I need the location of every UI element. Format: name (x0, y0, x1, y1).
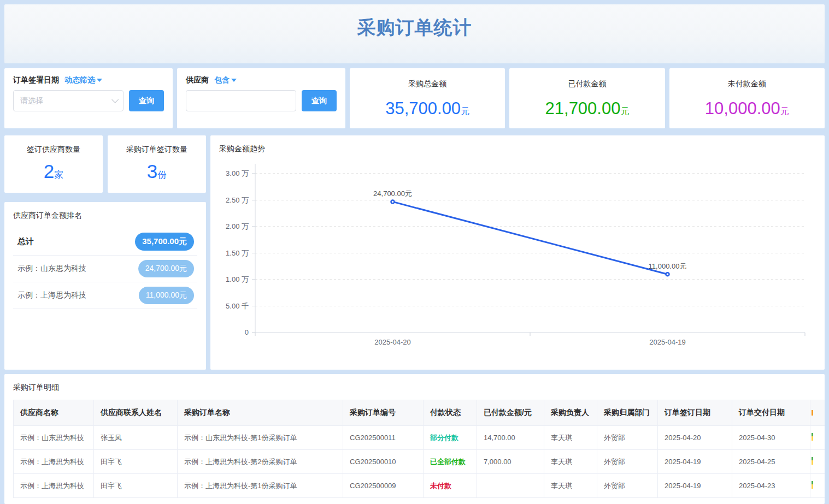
svg-text:2025-04-20: 2025-04-20 (374, 338, 411, 346)
supplier-query-button[interactable]: 查询 (302, 90, 337, 111)
table-header-cell: 付款状态 (424, 400, 477, 426)
table-cell: 2025-04-25 (732, 450, 810, 474)
stat-number: 35,700.00 (385, 99, 461, 118)
date-range-select[interactable]: 请选择 (13, 90, 124, 111)
table-cell: CG202500009 (343, 474, 424, 498)
table-header-cell: 采购归属部门 (597, 400, 658, 426)
clipped-column-cell (810, 450, 825, 474)
chevron-down-icon (97, 79, 102, 82)
trend-chart-panel: 采购金额趋势 05.00 千1.00 万1.50 万2.00 万2.50 万3.… (210, 135, 825, 370)
filter-label: 订单签署日期 (13, 75, 59, 85)
stat-unit: 元 (461, 106, 469, 116)
ranking-label: 示例：山东思为科技 (17, 264, 86, 274)
svg-text:3.00 万: 3.00 万 (226, 169, 249, 177)
ranking-panel-title: 供应商订单金额排名 (13, 211, 197, 221)
clipped-column-header (810, 400, 825, 426)
svg-text:24,700.00元: 24,700.00元 (373, 189, 412, 198)
ranking-label: 总计 (17, 236, 34, 247)
table-cell: 李天琪 (544, 474, 597, 498)
chevron-down-icon (231, 79, 237, 82)
middle-row: 签订供应商数量 2家 采购订单签订数量 3份 供应商订单金额排名 总计35,70… (4, 135, 825, 370)
stat-card-order-count: 采购订单签订数量 3份 (108, 135, 206, 193)
table-header-cell: 采购负责人 (544, 400, 597, 426)
page-title: 采购订单统计 (357, 15, 472, 40)
table-header-cell: 采购订单名称 (178, 400, 343, 426)
table-cell: 2025-04-19 (658, 474, 732, 498)
clipped-column-cell (810, 474, 825, 498)
table-cell: 示例：上海思为科技 (14, 474, 94, 498)
table-cell: 外贸部 (597, 474, 658, 498)
table-wrap: 供应商名称供应商联系人姓名采购订单名称采购订单编号付款状态已付款金额/元采购负责… (13, 400, 825, 498)
filter-card-supplier: 供应商 包含 查询 (177, 68, 345, 128)
table-cell: CG202500010 (343, 450, 424, 474)
clipped-action-mark (812, 481, 813, 489)
filter-operator-dropdown[interactable]: 包含 (214, 75, 237, 85)
table-cell: 外贸部 (597, 450, 658, 474)
table-header-cell: 采购订单编号 (343, 400, 424, 426)
ranking-row: 总计35,700.00元 (13, 228, 197, 256)
table-header-cell: 已付款金额/元 (477, 400, 544, 426)
supplier-input[interactable] (186, 90, 296, 111)
stat-number: 21,700.00 (545, 99, 621, 118)
filter-operator-label: 动态筛选 (64, 75, 95, 85)
ranking-row: 示例：山东思为科技24,700.00元 (13, 256, 197, 282)
table-cell: 示例：山东思为科技-第1份采购订单 (178, 426, 343, 450)
table-header-row: 供应商名称供应商联系人姓名采购订单名称采购订单编号付款状态已付款金额/元采购负责… (14, 400, 825, 426)
filter-controls: 请选择 查询 (13, 90, 164, 111)
ranking-value-pill: 35,700.00元 (135, 233, 194, 251)
table-cell: 李天琪 (544, 426, 597, 450)
stat-number: 2 (44, 161, 54, 182)
table-cell: CG202500011 (343, 426, 424, 450)
filter-operator-dropdown[interactable]: 动态筛选 (64, 75, 102, 85)
stat-card-paid-amount: 已付款金额 21,700.00元 (509, 68, 665, 128)
stat-unit: 元 (780, 106, 789, 116)
select-placeholder: 请选择 (20, 96, 43, 106)
date-query-button[interactable]: 查询 (129, 90, 164, 111)
table-cell: 示例：上海思为科技-第1份采购订单 (178, 474, 343, 498)
svg-text:2.00 万: 2.00 万 (226, 222, 249, 230)
ranking-label: 示例：上海思为科技 (17, 290, 86, 300)
stat-value: 21,700.00元 (545, 99, 630, 118)
table-cell: 示例：上海思为科技 (14, 450, 94, 474)
stat-unit: 元 (620, 106, 629, 116)
svg-text:0: 0 (245, 328, 249, 336)
ranking-value-pill: 11,000.00元 (139, 287, 194, 304)
top-cards-row: 订单签署日期 动态筛选 请选择 查询 供应商 包含 (4, 68, 825, 128)
table-header-cell: 供应商名称 (14, 400, 94, 426)
trend-line-chart[interactable]: 05.00 千1.00 万1.50 万2.00 万2.50 万3.00 万24,… (210, 135, 825, 370)
clipped-action-mark (812, 433, 813, 441)
table-header-cell: 订单签订日期 (658, 400, 732, 426)
filter-label-row: 订单签署日期 动态筛选 (13, 75, 164, 85)
svg-text:1.50 万: 1.50 万 (226, 249, 249, 257)
stat-value: 2家 (44, 161, 63, 182)
clipped-header-mark (812, 410, 813, 416)
select-chevron-icon (111, 96, 119, 103)
payment-status: 未付款 (424, 474, 477, 498)
ranking-row: 示例：上海思为科技11,000.00元 (13, 282, 197, 309)
dashboard-page: 采购订单统计 订单签署日期 动态筛选 请选择 查询 供应商 (0, 0, 829, 504)
ranking-list: 总计35,700.00元示例：山东思为科技24,700.00元示例：上海思为科技… (13, 228, 197, 309)
header-banner: 采购订单统计 (4, 4, 825, 63)
stat-card-unpaid-amount: 未付款金额 10,000.00元 (669, 68, 825, 128)
filter-label: 供应商 (186, 75, 209, 85)
table-cell: 外贸部 (597, 426, 658, 450)
left-column: 签订供应商数量 2家 采购订单签订数量 3份 供应商订单金额排名 总计35,70… (4, 135, 206, 370)
payment-status: 已全部付款 (424, 450, 477, 474)
stat-title: 采购总金额 (408, 79, 446, 89)
table-cell: 2025-04-20 (658, 426, 732, 450)
mini-stats-row: 签订供应商数量 2家 采购订单签订数量 3份 (4, 135, 206, 193)
table-cell (477, 474, 544, 498)
filter-card-order-date: 订单签署日期 动态筛选 请选择 查询 (4, 68, 173, 128)
table-row: 示例：山东思为科技张玉凤示例：山东思为科技-第1份采购订单CG202500011… (14, 426, 825, 450)
supplier-ranking-panel: 供应商订单金额排名 总计35,700.00元示例：山东思为科技24,700.00… (4, 202, 206, 370)
stat-unit: 份 (157, 170, 167, 180)
table-cell: 2025-04-30 (732, 426, 810, 450)
table-cell: 7,000.00 (477, 450, 544, 474)
filter-controls: 查询 (186, 90, 337, 111)
stat-number: 10,000.00 (705, 99, 780, 118)
stat-number: 3 (147, 161, 157, 182)
table-header-cell: 供应商联系人姓名 (94, 400, 178, 426)
table-title: 采购订单明细 (13, 383, 825, 393)
stat-unit: 家 (54, 170, 63, 180)
table-cell: 田宇飞 (94, 450, 178, 474)
